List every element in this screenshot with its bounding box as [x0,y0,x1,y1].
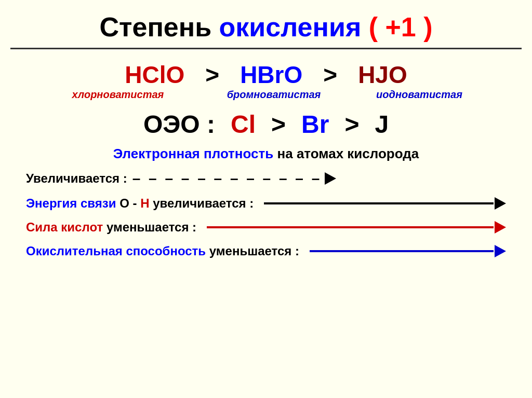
gt1: > [205,61,219,89]
acid-names-row: хлорноватистая бромноватистая иодноватис… [26,89,506,101]
title-part3: ( +1 ) [369,12,433,42]
solid-blue-line [310,250,494,252]
energy-row: Энергия связи O - H увеличивается : [26,195,506,212]
energy-label: Энергия связи O - H увеличивается : [26,196,254,211]
gt2: > [323,61,337,89]
increase-row: Увеличивается : – – – – – – – – – – – – [26,169,506,188]
title-part2: окисления [219,12,362,42]
solid-black-line [264,202,494,204]
dashes: – – – – – – – – – – – – [132,170,322,187]
acid2-label: HBrO [240,61,302,89]
acid3-label: HJO [358,61,407,89]
dashed-arrow-head [325,172,336,185]
oeo-row: ОЭО : Cl > Br > J [26,110,506,139]
increase-label: Увеличивается : [26,171,127,186]
strength-label: Сила кислот уменьшается : [26,220,196,235]
solid-blue-arrow-head [495,245,506,257]
oeo-cl: Cl [231,110,256,139]
solid-black-arrow-head [495,197,506,210]
solid-red-arrow-container [207,221,506,234]
content-area: HClO > HBrO > HJO хлорноватистая бромнов… [10,49,522,393]
oeo-j: J [375,110,389,139]
oxidation-label: Окислительная способность уменьшается : [26,244,299,258]
acid-name2: бромноватистая [217,89,331,101]
title-part1: Степень [99,12,211,42]
solid-black-arrow-container [264,197,506,210]
oeo-gt2: > [344,110,359,139]
acid1-label: HClO [125,61,184,89]
page-title: Степень окисления ( +1 ) [10,11,522,43]
acid-name3: иодноватистая [367,89,471,101]
solid-red-line [207,226,494,228]
oeo-br: Br [301,110,329,139]
electron-part1: Электронная плотность [113,146,274,161]
electron-density-row: Электронная плотность на атомах кислород… [26,146,506,162]
acids-row: HClO > HBrO > HJO [26,61,506,89]
oeo-gt1: > [271,110,286,139]
electron-part2: на атомах кислорода [277,146,419,161]
solid-blue-arrow-container [310,245,506,257]
strength-row: Сила кислот уменьшается : [26,219,506,236]
acid-name1: хлорноватистая [61,89,175,101]
title-bar: Степень окисления ( +1 ) [10,5,522,49]
oxidation-row: Окислительная способность уменьшается : [26,243,506,259]
page: Степень окисления ( +1 ) HClO > HBrO > H… [0,0,532,398]
solid-red-arrow-head [495,221,506,234]
dashed-arrow-container: – – – – – – – – – – – – [132,170,506,187]
oeo-label: ОЭО : [143,110,215,139]
